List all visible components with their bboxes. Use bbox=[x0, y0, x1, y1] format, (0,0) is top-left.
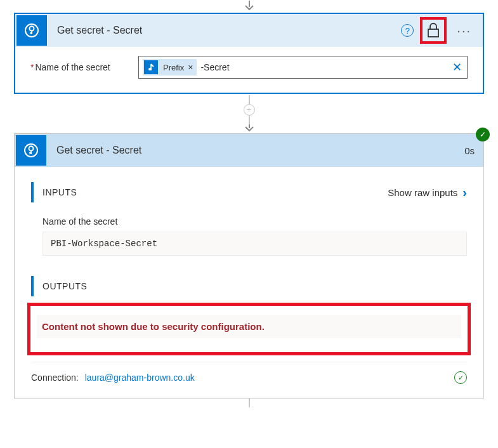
security-message-highlight: Content not shown due to security config… bbox=[27, 303, 471, 355]
outputs-section-header: OUTPUTS bbox=[31, 276, 467, 296]
keyvault-icon bbox=[16, 135, 46, 166]
section-title: INPUTS bbox=[43, 182, 388, 202]
input-text-suffix: -Secret bbox=[200, 62, 229, 72]
duration-label: 0s bbox=[455, 145, 483, 156]
success-badge-icon: ✓ bbox=[476, 128, 490, 142]
flow-arrow-top bbox=[0, 0, 498, 13]
secret-name-input[interactable]: Prefix × -Secret ✕ bbox=[138, 56, 468, 79]
card-title: Get secret - Secret bbox=[56, 145, 455, 156]
field-label: Name of the secret bbox=[43, 216, 467, 227]
flow-connector-bottom bbox=[0, 399, 498, 407]
connection-ok-icon: ✓ bbox=[454, 371, 467, 384]
token-icon bbox=[144, 60, 158, 74]
card-header[interactable]: Get secret - Secret ? ··· bbox=[15, 14, 483, 47]
lock-icon bbox=[426, 22, 440, 39]
svg-point-3 bbox=[148, 68, 151, 70]
security-message: Content not shown due to security config… bbox=[37, 315, 461, 338]
card-header[interactable]: Get secret - Secret 0s bbox=[15, 134, 483, 167]
secure-settings-button[interactable] bbox=[420, 17, 447, 44]
inputs-section-header: INPUTS Show raw inputs › bbox=[31, 182, 467, 202]
card-body: INPUTS Show raw inputs › Name of the sec… bbox=[15, 167, 483, 398]
action-card-editor: Get secret - Secret ? ··· *Name of the s… bbox=[14, 13, 484, 94]
svg-rect-2 bbox=[428, 29, 438, 37]
add-step-icon[interactable]: + bbox=[244, 104, 255, 115]
chevron-right-icon: › bbox=[462, 185, 467, 200]
keyvault-icon bbox=[16, 15, 47, 46]
connection-link[interactable]: laura@graham-brown.co.uk bbox=[85, 372, 195, 383]
section-title: OUTPUTS bbox=[43, 276, 467, 296]
svg-point-1 bbox=[30, 27, 34, 31]
dynamic-content-token[interactable]: Prefix × bbox=[143, 59, 197, 76]
more-menu-icon[interactable]: ··· bbox=[453, 23, 475, 38]
help-icon[interactable]: ? bbox=[401, 24, 414, 37]
connection-row: Connection: laura@graham-brown.co.uk ✓ bbox=[31, 362, 467, 386]
flow-connector: + bbox=[0, 95, 498, 133]
show-raw-inputs-button[interactable]: Show raw inputs › bbox=[388, 185, 467, 200]
input-field-block: Name of the secret PBI-Workspace-Secret bbox=[43, 216, 467, 256]
action-card-run-result: ✓ Get secret - Secret 0s INPUTS Show raw… bbox=[14, 133, 484, 399]
token-label: Prefix bbox=[159, 63, 187, 72]
connection-label: Connection: bbox=[31, 372, 79, 383]
field-label: *Name of the secret bbox=[30, 62, 138, 72]
clear-input-icon[interactable]: ✕ bbox=[452, 60, 462, 74]
token-remove-icon[interactable]: × bbox=[187, 62, 197, 72]
svg-point-5 bbox=[29, 147, 34, 151]
card-body: *Name of the secret Prefix × -Secret ✕ bbox=[15, 47, 483, 93]
card-title: Get secret - Secret bbox=[57, 25, 401, 36]
field-value: PBI-Workspace-Secret bbox=[43, 232, 467, 256]
